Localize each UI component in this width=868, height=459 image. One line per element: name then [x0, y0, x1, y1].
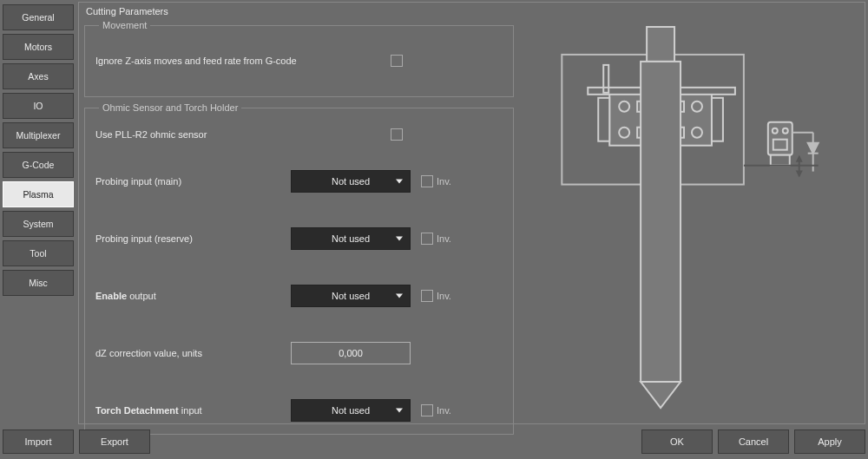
torch-diagram-svg	[524, 20, 859, 418]
torch-detach-inv-checkbox[interactable]	[421, 404, 433, 416]
chevron-down-icon	[396, 180, 403, 184]
ohmic-legend: Ohmic Sensor and Torch Holder	[99, 102, 241, 113]
enable-output-label: Enable output	[95, 291, 291, 301]
dz-correction-input[interactable]: 0,000	[291, 342, 411, 364]
ignore-z-checkbox[interactable]	[391, 55, 403, 67]
import-button[interactable]: Import	[3, 429, 74, 454]
probing-reserve-label: Probing input (reserve)	[95, 233, 291, 244]
use-pll-checkbox[interactable]	[391, 128, 403, 141]
probing-main-label: Probing input (main)	[95, 176, 291, 187]
svg-marker-27	[796, 155, 803, 162]
torch-detach-label: Torch Detachment input	[95, 405, 291, 416]
sidebar-item-multiplexer[interactable]: Multiplexer	[3, 122, 74, 148]
use-pll-label: Use PLL-R2 ohmic sensor	[95, 129, 391, 140]
sidebar-item-motors[interactable]: Motors	[3, 34, 74, 60]
sidebar-item-system[interactable]: System	[3, 211, 74, 237]
svg-rect-11	[712, 98, 723, 141]
sidebar-item-io[interactable]: IO	[3, 93, 74, 119]
ok-button[interactable]: OK	[641, 429, 713, 454]
chevron-down-icon	[396, 409, 403, 413]
torch-detach-select[interactable]: Not used	[291, 399, 411, 422]
movement-group: Movement Ignore Z-axis moves and feed ra…	[84, 20, 514, 97]
chevron-down-icon	[396, 294, 403, 298]
probing-main-select[interactable]: Not used	[291, 170, 411, 193]
enable-output-inv-checkbox[interactable]	[421, 290, 433, 302]
sidebar-item-gcode[interactable]: G-Code	[3, 152, 74, 178]
probing-main-inv-checkbox[interactable]	[421, 175, 433, 187]
enable-output-select[interactable]: Not used	[291, 285, 411, 307]
enable-output-inv-label: Inv.	[437, 291, 451, 301]
ohmic-group: Ohmic Sensor and Torch Holder Use PLL-R2…	[84, 102, 514, 435]
svg-rect-15	[641, 62, 681, 382]
probing-reserve-inv-label: Inv.	[437, 233, 451, 244]
apply-button[interactable]: Apply	[794, 429, 865, 454]
enable-output-value: Not used	[332, 291, 370, 301]
chevron-down-icon	[396, 237, 403, 241]
sidebar-item-plasma[interactable]: Plasma	[3, 181, 74, 207]
svg-rect-21	[771, 155, 790, 166]
svg-rect-10	[598, 98, 609, 141]
probing-reserve-value: Not used	[332, 233, 370, 244]
main-panel: Cutting Parameters Movement Ignore Z-axi…	[78, 2, 865, 424]
settings-sidebar: General Motors Axes IO Multiplexer G-Cod…	[3, 4, 74, 296]
probing-reserve-inv-checkbox[interactable]	[421, 233, 433, 245]
page-title: Cutting Parameters	[86, 6, 168, 16]
cancel-button[interactable]: Cancel	[718, 429, 789, 454]
probing-reserve-select[interactable]: Not used	[291, 227, 411, 250]
movement-legend: Movement	[99, 20, 150, 30]
svg-marker-16	[641, 382, 681, 408]
probing-main-value: Not used	[332, 176, 370, 187]
torch-detach-value: Not used	[332, 405, 370, 416]
svg-rect-14	[647, 27, 674, 62]
svg-marker-28	[796, 171, 803, 178]
torch-detach-inv-label: Inv.	[437, 405, 451, 416]
torch-diagram	[524, 20, 859, 418]
sidebar-item-general[interactable]: General	[3, 4, 74, 30]
export-button[interactable]: Export	[79, 429, 150, 454]
ignore-z-label: Ignore Z-axis moves and feed rate from G…	[95, 56, 391, 66]
sidebar-item-tool[interactable]: Tool	[3, 240, 74, 266]
dz-correction-label: dZ correction value, units	[95, 348, 291, 358]
svg-marker-24	[808, 143, 819, 154]
dialog-footer: Import Export OK Cancel Apply	[3, 429, 865, 454]
sidebar-item-misc[interactable]: Misc	[3, 270, 74, 296]
sidebar-item-axes[interactable]: Axes	[3, 63, 74, 89]
probing-main-inv-label: Inv.	[437, 176, 451, 187]
